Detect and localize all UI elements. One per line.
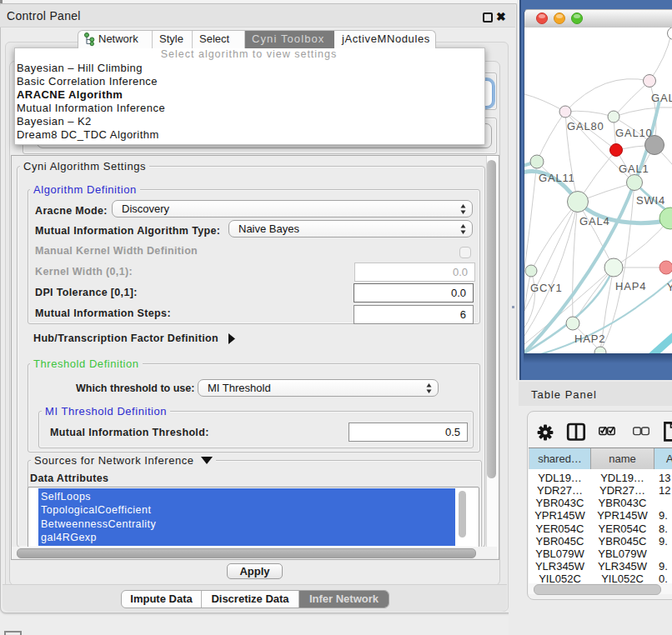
svg-text:GAL80: GAL80 xyxy=(567,120,604,132)
svg-text:GAL10: GAL10 xyxy=(615,127,652,139)
svg-text:HAP4: HAP4 xyxy=(615,280,646,292)
svg-text:HAP2: HAP2 xyxy=(574,332,605,345)
svg-text:SWI4: SWI4 xyxy=(636,194,665,207)
svg-text:GAL1: GAL1 xyxy=(619,162,649,175)
svg-text:GCY1: GCY1 xyxy=(530,282,563,294)
svg-text:GAL4: GAL4 xyxy=(579,215,609,228)
svg-text:GAL11: GAL11 xyxy=(539,172,575,184)
svg-text:Y: Y xyxy=(667,281,672,293)
svg-text:GAL7: GAL7 xyxy=(651,92,672,104)
